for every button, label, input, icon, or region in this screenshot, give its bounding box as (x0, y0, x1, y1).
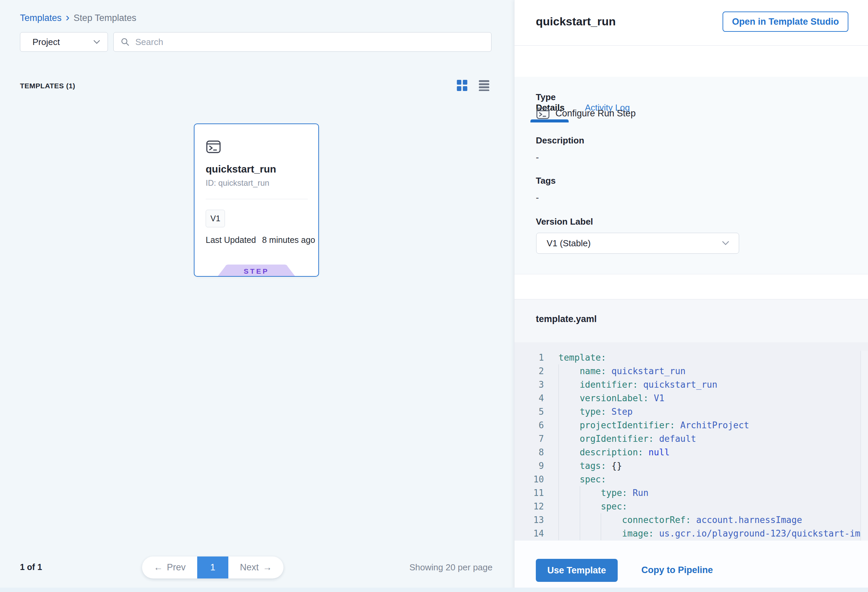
version-dropdown-value: V1 (Stable) (547, 238, 590, 249)
yaml-line: 1template: (515, 351, 868, 364)
description-value: - (536, 152, 539, 163)
type-value: Configure Run Step (555, 108, 636, 119)
editor-scrollbar[interactable] (861, 351, 868, 540)
yaml-line: 6 projectIdentifier: ArchitProject (515, 418, 868, 432)
window-bottom-edge (0, 588, 868, 592)
yaml-line: 8 description: null (515, 446, 868, 459)
search-box (113, 32, 492, 52)
yaml-line: 12 spec: (515, 500, 868, 513)
card-id: ID: quickstart_run (206, 178, 269, 188)
yaml-line: 3 identifier: quickstart_run (515, 378, 868, 391)
open-in-template-studio-button[interactable]: Open in Template Studio (723, 12, 848, 32)
description-label: Description (536, 135, 584, 146)
version-badge: V1 (206, 210, 225, 227)
list-view-icon[interactable] (479, 80, 490, 92)
yaml-code-lines: 1template:2 name: quickstart_run3 identi… (515, 351, 868, 540)
step-type-ribbon: STEP (217, 264, 296, 277)
scope-dropdown[interactable]: Project (20, 32, 108, 52)
pager: ← Prev 1 Next → (142, 557, 283, 579)
scope-dropdown-value: Project (32, 37, 60, 47)
card-last-updated: Last Updated 8 minutes ago (206, 235, 315, 245)
prev-page-button[interactable]: ← Prev (142, 557, 197, 579)
yaml-line: 13 connectorRef: account.harnessImage (515, 513, 868, 527)
details-footer: Use Template Copy to Pipeline (515, 540, 868, 588)
version-dropdown[interactable]: V1 (Stable) (536, 233, 739, 254)
grid-view-icon[interactable] (457, 80, 468, 92)
yaml-line: 14 image: us.gcr.io/playground-123/quick… (515, 527, 868, 540)
yaml-line: 9 tags: {} (515, 459, 868, 472)
templates-list-panel: Templates › Step Templates Project TEMPL… (0, 0, 514, 592)
template-details-panel: quickstart_run Open in Template Studio D… (514, 0, 868, 592)
chevron-down-icon (722, 241, 729, 246)
search-icon (120, 37, 130, 47)
type-label: Type (536, 92, 556, 102)
arrow-left-icon: ← (154, 562, 163, 573)
run-step-terminal-icon (536, 106, 550, 120)
card-title: quickstart_run (206, 163, 276, 175)
page-1-button[interactable]: 1 (197, 557, 228, 579)
template-title: quickstart_run (536, 15, 616, 28)
yaml-section: template.yaml 1template:2 name: quicksta… (515, 300, 868, 540)
page-size-text: Showing 20 per page (397, 562, 493, 573)
breadcrumb-current: Step Templates (74, 13, 136, 23)
search-input[interactable] (135, 37, 484, 47)
yaml-line: 7 orgIdentifier: default (515, 432, 868, 446)
use-template-button[interactable]: Use Template (536, 559, 618, 582)
page-summary: 1 of 1 (20, 562, 42, 572)
version-label: Version Label (536, 217, 593, 227)
run-step-terminal-icon (206, 139, 221, 155)
yaml-line: 4 versionLabel: V1 (515, 391, 868, 405)
breadcrumb-templates-link[interactable]: Templates (20, 13, 62, 23)
yaml-line: 5 type: Step (515, 405, 868, 418)
type-value-row: Configure Run Step (536, 106, 636, 120)
breadcrumb: Templates › Step Templates (20, 13, 136, 23)
yaml-editor[interactable]: 1template:2 name: quickstart_run3 identi… (515, 343, 868, 540)
details-tabstrip: Details Activity Log (515, 46, 868, 77)
breadcrumb-chevron-icon: › (66, 13, 69, 22)
chevron-down-icon (93, 40, 100, 44)
details-header: quickstart_run Open in Template Studio (515, 0, 868, 46)
tags-label: Tags (536, 176, 556, 186)
copy-to-pipeline-link[interactable]: Copy to Pipeline (641, 565, 713, 576)
arrow-right-icon: → (263, 562, 272, 573)
tags-value: - (536, 192, 539, 203)
yaml-line: 2 name: quickstart_run (515, 364, 868, 378)
yaml-line: 11 type: Run (515, 486, 868, 500)
next-page-button[interactable]: Next → (228, 557, 283, 579)
template-card-quickstart-run[interactable]: quickstart_run ID: quickstart_run V1 Las… (194, 124, 319, 277)
templates-count-label: TEMPLATES (1) (20, 82, 75, 90)
yaml-filename: template.yaml (536, 314, 597, 325)
yaml-subtabstrip: Template Inputs YAML Referenced By (515, 274, 868, 300)
yaml-line: 10 spec: (515, 472, 868, 486)
